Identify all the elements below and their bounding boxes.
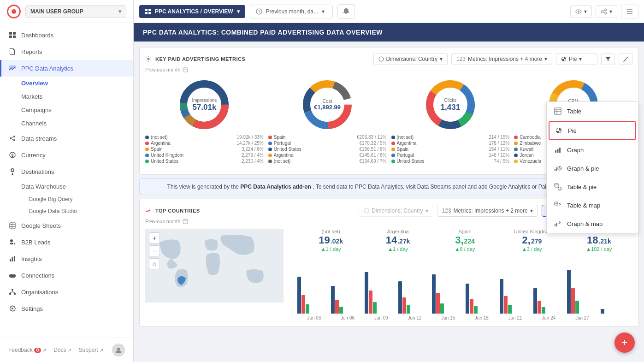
- filter-button[interactable]: [601, 53, 615, 65]
- svg-line-22: [10, 292, 12, 293]
- svg-rect-25: [145, 9, 148, 11]
- dropdown-table-map-label: Table & map: [567, 202, 600, 209]
- dropdown-item-graph-map[interactable]: Graph & map: [547, 214, 638, 233]
- zoom-out-button[interactable]: −: [149, 245, 160, 256]
- sidebar-item-ppc[interactable]: PPC Data Analytics: [0, 60, 133, 77]
- hamburger-button[interactable]: [621, 5, 638, 18]
- user-avatar[interactable]: [112, 344, 125, 356]
- chart-type-chevron-icon: ▾: [579, 56, 582, 62]
- bar-group-4: [398, 254, 430, 314]
- dropdown-item-table[interactable]: Table: [547, 102, 638, 120]
- support-label: Support: [79, 347, 98, 353]
- sidebar-item-datastudio[interactable]: Google Data Studio: [29, 205, 133, 217]
- sidebar-item-datawarehouse[interactable]: Data Warehouse: [21, 180, 133, 193]
- plug-icon: [8, 271, 17, 279]
- sidebar-item-currency[interactable]: $ Currency: [0, 147, 133, 163]
- svg-point-5: [13, 136, 15, 137]
- chart-type-dropdown: Table Pie Graph Graph & pie: [546, 101, 638, 233]
- chart-type-button[interactable]: Pie ▾: [556, 53, 597, 65]
- sidebar-item-markets[interactable]: Markets: [21, 90, 133, 103]
- map-svg: [145, 229, 284, 303]
- app-selector-icon: [145, 8, 151, 15]
- sidebar-dashboards-label: Dashboards: [21, 32, 53, 39]
- dropdown-graph-pie-label: Graph & pie: [567, 165, 599, 172]
- sidebar-item-insights[interactable]: Insights: [0, 250, 133, 267]
- dropdown-item-pie[interactable]: Pie: [549, 121, 636, 140]
- donut-cost-chart: Cost €1,892.99: [300, 77, 355, 132]
- metrics2-button[interactable]: 123 Metrics: Impressions + 2 more ▾: [437, 205, 538, 217]
- sidebar-item-overview[interactable]: Overview: [21, 77, 133, 90]
- notification-button[interactable]: [337, 4, 355, 19]
- x-axis-labels: Jun 03 Jun 06 Jun 09 Jun 12 Jun 15 Jun 1…: [297, 315, 632, 320]
- leads-icon: [8, 238, 17, 246]
- sidebar-item-dashboards[interactable]: Dashboards: [0, 27, 133, 43]
- graph-map-icon: [553, 219, 562, 228]
- zoom-reset-button[interactable]: ⌂: [149, 258, 160, 269]
- zoom-in-button[interactable]: +: [149, 232, 160, 243]
- sidebar-item-campaigns[interactable]: Campaigns: [21, 103, 133, 117]
- dropdown-item-graph-pie[interactable]: Graph & pie: [547, 159, 638, 178]
- sidebar-item-googlesheets[interactable]: Google Sheets: [0, 217, 133, 234]
- sidebar-item-bigquery[interactable]: Google Big Query: [29, 193, 133, 205]
- sidebar-item-organisations[interactable]: Organisations: [0, 284, 133, 300]
- wand-icon: [622, 56, 629, 62]
- svg-rect-2: [9, 36, 12, 38]
- dimensions2-button[interactable]: Dimensions: Country ▾: [359, 205, 433, 217]
- addon-name: PPC Data Analytics add-on: [240, 184, 311, 190]
- dropdown-item-graph[interactable]: Graph: [547, 141, 638, 159]
- app-selector-button[interactable]: PPC ANALYTICS / OVERVIEW ▾: [139, 5, 245, 18]
- metrics2-label: Metrics: Impressions + 2 more: [454, 208, 528, 214]
- bar-group-9: [567, 254, 599, 314]
- dim2-chevron-icon: ▾: [425, 208, 428, 214]
- sidebar-item-destinations[interactable]: Destinations: [0, 163, 133, 180]
- bar-icon: [8, 255, 17, 263]
- dropdown-item-table-map[interactable]: Table & map: [547, 196, 638, 214]
- svg-rect-19: [9, 293, 11, 295]
- svg-point-34: [601, 11, 603, 12]
- add-fab-button[interactable]: +: [614, 332, 635, 353]
- sidebar-item-b2bleads[interactable]: B2B Leads: [0, 234, 133, 250]
- feedback-link[interactable]: Feedback 0 ↗: [8, 347, 46, 353]
- app-logo: [7, 5, 21, 18]
- main-user-group-button[interactable]: MAIN USER GROUP ▾: [25, 5, 126, 18]
- app-section-label: PPC ANALYTICS / OVERVIEW: [155, 8, 233, 15]
- sidebar-item-reports[interactable]: Reports: [0, 43, 133, 60]
- bar-group-1: [297, 254, 329, 314]
- widget1-header: KEY PAID ADVERTISING METRICS Dimensions:…: [145, 53, 632, 65]
- svg-line-7: [12, 137, 13, 138]
- sidebar-currency-label: Currency: [21, 152, 46, 159]
- donut-clicks-chart: Clicks 1,431: [423, 77, 478, 132]
- svg-line-36: [603, 12, 605, 13]
- sidebar-ppc-submenu: Overview Markets Campaigns Channels: [0, 77, 133, 130]
- date-range-button[interactable]: Previous month, da... ▾: [250, 5, 333, 18]
- docs-link[interactable]: Docs ↗: [53, 347, 71, 353]
- external-link-icon: ↗: [42, 348, 46, 353]
- dropdown-item-table-pie[interactable]: Table & pie: [547, 178, 638, 196]
- magic-button[interactable]: [619, 53, 632, 65]
- sidebar-item-settings[interactable]: Settings: [0, 300, 133, 317]
- share-button[interactable]: ▾: [596, 5, 617, 18]
- view-mode-button[interactable]: ▾: [570, 5, 592, 18]
- chevron-share-icon: ▾: [609, 8, 612, 15]
- topbar: PPC ANALYTICS / OVERVIEW ▾ Previous mont…: [134, 0, 644, 23]
- donut-clicks: Clicks 1,431 (not set)214 / 15% Argentin…: [391, 77, 510, 164]
- bar-group-2: [331, 254, 363, 314]
- org-icon: [8, 288, 17, 296]
- metrics-button[interactable]: 123 Metrics: Impressions + 4 more ▾: [451, 53, 552, 65]
- topbar-right: ▾ ▾: [570, 5, 638, 18]
- support-link[interactable]: Support ↗: [79, 347, 103, 353]
- bar-group-6: [466, 254, 497, 314]
- sidebar-item-connections[interactable]: Connections: [0, 267, 133, 284]
- dimensions-button[interactable]: Dimensions: Country ▾: [373, 53, 448, 65]
- svg-rect-86: [183, 220, 188, 224]
- donut-cost: Cost €1,892.99 Spain€206.83 / 11% Portug…: [268, 77, 387, 164]
- sidebar-item-channels[interactable]: Channels: [21, 117, 133, 130]
- dropdown-table-label: Table: [567, 108, 581, 115]
- svg-point-32: [605, 9, 607, 11]
- sidebar-item-datastreams[interactable]: Data streams: [0, 130, 133, 147]
- donut-impressions: Impressions 57.01k (not set)19.02k / 33%…: [145, 77, 264, 164]
- stream-icon: [8, 134, 17, 142]
- svg-rect-71: [557, 149, 559, 153]
- main-content: PPC ANALYTICS / OVERVIEW ▾ Previous mont…: [134, 0, 644, 362]
- settings-icon: [145, 56, 152, 62]
